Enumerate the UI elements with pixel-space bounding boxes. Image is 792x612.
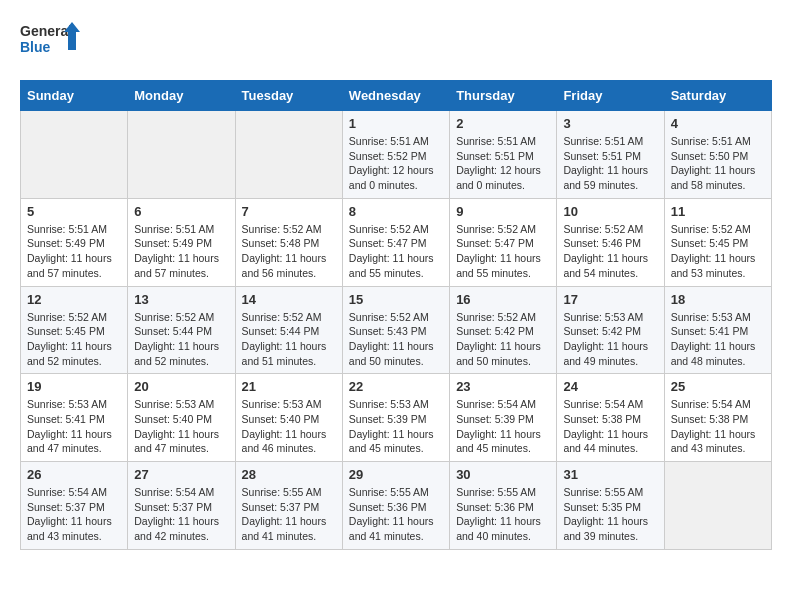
calendar-cell: 11Sunrise: 5:52 AM Sunset: 5:45 PM Dayli… [664,198,771,286]
day-info: Sunrise: 5:52 AM Sunset: 5:44 PM Dayligh… [242,310,336,369]
day-number: 4 [671,116,765,131]
calendar-cell: 7Sunrise: 5:52 AM Sunset: 5:48 PM Daylig… [235,198,342,286]
day-info: Sunrise: 5:52 AM Sunset: 5:45 PM Dayligh… [671,222,765,281]
day-info: Sunrise: 5:53 AM Sunset: 5:41 PM Dayligh… [671,310,765,369]
calendar-cell: 26Sunrise: 5:54 AM Sunset: 5:37 PM Dayli… [21,462,128,550]
day-number: 31 [563,467,657,482]
day-info: Sunrise: 5:53 AM Sunset: 5:42 PM Dayligh… [563,310,657,369]
weekday-header-row: SundayMondayTuesdayWednesdayThursdayFrid… [21,81,772,111]
calendar-cell: 3Sunrise: 5:51 AM Sunset: 5:51 PM Daylig… [557,111,664,199]
day-info: Sunrise: 5:52 AM Sunset: 5:46 PM Dayligh… [563,222,657,281]
weekday-header: Sunday [21,81,128,111]
logo: General Blue [20,20,80,64]
day-info: Sunrise: 5:53 AM Sunset: 5:41 PM Dayligh… [27,397,121,456]
calendar-cell: 10Sunrise: 5:52 AM Sunset: 5:46 PM Dayli… [557,198,664,286]
weekday-header: Monday [128,81,235,111]
calendar-week-row: 5Sunrise: 5:51 AM Sunset: 5:49 PM Daylig… [21,198,772,286]
weekday-header: Wednesday [342,81,449,111]
calendar-cell: 30Sunrise: 5:55 AM Sunset: 5:36 PM Dayli… [450,462,557,550]
day-info: Sunrise: 5:52 AM Sunset: 5:47 PM Dayligh… [456,222,550,281]
day-number: 15 [349,292,443,307]
day-number: 27 [134,467,228,482]
day-info: Sunrise: 5:52 AM Sunset: 5:47 PM Dayligh… [349,222,443,281]
calendar-cell: 6Sunrise: 5:51 AM Sunset: 5:49 PM Daylig… [128,198,235,286]
calendar-cell: 16Sunrise: 5:52 AM Sunset: 5:42 PM Dayli… [450,286,557,374]
day-number: 25 [671,379,765,394]
day-info: Sunrise: 5:55 AM Sunset: 5:36 PM Dayligh… [349,485,443,544]
day-info: Sunrise: 5:54 AM Sunset: 5:37 PM Dayligh… [27,485,121,544]
calendar-cell [664,462,771,550]
svg-text:General: General [20,23,72,39]
day-number: 14 [242,292,336,307]
day-number: 7 [242,204,336,219]
calendar-cell: 22Sunrise: 5:53 AM Sunset: 5:39 PM Dayli… [342,374,449,462]
day-number: 17 [563,292,657,307]
page-header: General Blue [20,20,772,64]
calendar-cell: 8Sunrise: 5:52 AM Sunset: 5:47 PM Daylig… [342,198,449,286]
day-info: Sunrise: 5:52 AM Sunset: 5:42 PM Dayligh… [456,310,550,369]
calendar-cell: 20Sunrise: 5:53 AM Sunset: 5:40 PM Dayli… [128,374,235,462]
calendar-cell: 21Sunrise: 5:53 AM Sunset: 5:40 PM Dayli… [235,374,342,462]
day-info: Sunrise: 5:54 AM Sunset: 5:37 PM Dayligh… [134,485,228,544]
day-info: Sunrise: 5:51 AM Sunset: 5:52 PM Dayligh… [349,134,443,193]
calendar-cell [128,111,235,199]
day-number: 8 [349,204,443,219]
day-number: 1 [349,116,443,131]
day-info: Sunrise: 5:53 AM Sunset: 5:40 PM Dayligh… [134,397,228,456]
calendar-table: SundayMondayTuesdayWednesdayThursdayFrid… [20,80,772,550]
day-number: 23 [456,379,550,394]
day-info: Sunrise: 5:51 AM Sunset: 5:51 PM Dayligh… [456,134,550,193]
calendar-cell: 4Sunrise: 5:51 AM Sunset: 5:50 PM Daylig… [664,111,771,199]
calendar-week-row: 1Sunrise: 5:51 AM Sunset: 5:52 PM Daylig… [21,111,772,199]
day-number: 30 [456,467,550,482]
day-number: 29 [349,467,443,482]
calendar-week-row: 12Sunrise: 5:52 AM Sunset: 5:45 PM Dayli… [21,286,772,374]
day-number: 12 [27,292,121,307]
day-number: 10 [563,204,657,219]
weekday-header: Tuesday [235,81,342,111]
day-info: Sunrise: 5:52 AM Sunset: 5:43 PM Dayligh… [349,310,443,369]
day-number: 28 [242,467,336,482]
calendar-cell: 5Sunrise: 5:51 AM Sunset: 5:49 PM Daylig… [21,198,128,286]
weekday-header: Saturday [664,81,771,111]
calendar-cell: 2Sunrise: 5:51 AM Sunset: 5:51 PM Daylig… [450,111,557,199]
day-number: 21 [242,379,336,394]
day-number: 16 [456,292,550,307]
calendar-cell: 19Sunrise: 5:53 AM Sunset: 5:41 PM Dayli… [21,374,128,462]
day-info: Sunrise: 5:51 AM Sunset: 5:51 PM Dayligh… [563,134,657,193]
calendar-cell: 28Sunrise: 5:55 AM Sunset: 5:37 PM Dayli… [235,462,342,550]
day-info: Sunrise: 5:51 AM Sunset: 5:49 PM Dayligh… [134,222,228,281]
day-info: Sunrise: 5:51 AM Sunset: 5:49 PM Dayligh… [27,222,121,281]
logo-svg: General Blue [20,20,80,64]
day-number: 24 [563,379,657,394]
day-number: 20 [134,379,228,394]
day-info: Sunrise: 5:55 AM Sunset: 5:36 PM Dayligh… [456,485,550,544]
day-info: Sunrise: 5:52 AM Sunset: 5:44 PM Dayligh… [134,310,228,369]
calendar-cell: 27Sunrise: 5:54 AM Sunset: 5:37 PM Dayli… [128,462,235,550]
day-info: Sunrise: 5:52 AM Sunset: 5:45 PM Dayligh… [27,310,121,369]
calendar-cell: 31Sunrise: 5:55 AM Sunset: 5:35 PM Dayli… [557,462,664,550]
calendar-cell [21,111,128,199]
calendar-cell: 25Sunrise: 5:54 AM Sunset: 5:38 PM Dayli… [664,374,771,462]
day-number: 6 [134,204,228,219]
day-number: 3 [563,116,657,131]
calendar-cell: 29Sunrise: 5:55 AM Sunset: 5:36 PM Dayli… [342,462,449,550]
day-number: 13 [134,292,228,307]
calendar-cell: 9Sunrise: 5:52 AM Sunset: 5:47 PM Daylig… [450,198,557,286]
day-number: 19 [27,379,121,394]
calendar-cell: 17Sunrise: 5:53 AM Sunset: 5:42 PM Dayli… [557,286,664,374]
day-info: Sunrise: 5:53 AM Sunset: 5:39 PM Dayligh… [349,397,443,456]
day-number: 11 [671,204,765,219]
day-info: Sunrise: 5:55 AM Sunset: 5:35 PM Dayligh… [563,485,657,544]
day-info: Sunrise: 5:54 AM Sunset: 5:39 PM Dayligh… [456,397,550,456]
day-number: 9 [456,204,550,219]
svg-text:Blue: Blue [20,39,51,55]
calendar-cell: 1Sunrise: 5:51 AM Sunset: 5:52 PM Daylig… [342,111,449,199]
day-info: Sunrise: 5:52 AM Sunset: 5:48 PM Dayligh… [242,222,336,281]
day-number: 5 [27,204,121,219]
day-info: Sunrise: 5:54 AM Sunset: 5:38 PM Dayligh… [671,397,765,456]
calendar-week-row: 26Sunrise: 5:54 AM Sunset: 5:37 PM Dayli… [21,462,772,550]
day-info: Sunrise: 5:54 AM Sunset: 5:38 PM Dayligh… [563,397,657,456]
day-number: 26 [27,467,121,482]
day-info: Sunrise: 5:55 AM Sunset: 5:37 PM Dayligh… [242,485,336,544]
